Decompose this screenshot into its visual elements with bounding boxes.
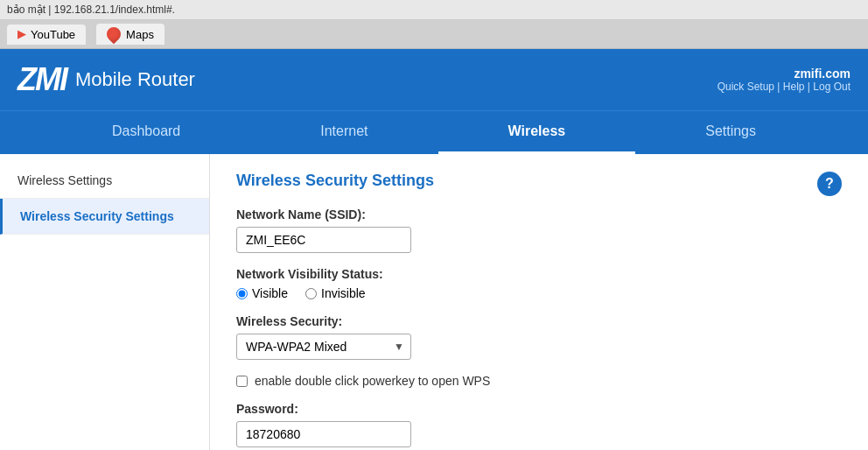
security-select[interactable]: WPA-WPA2 Mixed WPA2 Only WPA Only None — [236, 334, 411, 360]
password-group: Password: — [236, 402, 842, 447]
security-select-wrapper: WPA-WPA2 Mixed WPA2 Only WPA Only None ▼ — [236, 334, 411, 360]
browser-tabs-bar: ▶ YouTube Maps — [0, 20, 868, 49]
sidebar-item-wireless-security-settings[interactable]: Wireless Security Settings — [0, 199, 209, 235]
radio-visible-label: Visible — [252, 286, 288, 300]
tab-youtube[interactable]: ▶ YouTube — [7, 25, 86, 45]
main-content: Wireless Security Settings ? Network Nam… — [210, 154, 868, 450]
quick-setup-link[interactable]: Quick Setup — [718, 81, 774, 93]
youtube-icon: ▶ — [18, 28, 25, 40]
nav-settings[interactable]: Settings — [635, 111, 826, 154]
sidebar-item-wireless-settings[interactable]: Wireless Settings — [0, 163, 209, 199]
nav-internet[interactable]: Internet — [250, 111, 438, 154]
tab-maps[interactable]: Maps — [96, 24, 164, 45]
ssid-group: Network Name (SSID): — [236, 207, 842, 253]
logout-link[interactable]: Log Out — [813, 81, 850, 93]
visibility-radio-group: Visible Invisible — [236, 286, 842, 300]
visibility-group: Network Visibility Status: Visible Invis… — [236, 267, 842, 300]
page-title: Wireless Security Settings — [236, 172, 842, 190]
header-links: Quick Setup | Help | Log Out — [718, 81, 850, 93]
maps-icon — [104, 25, 124, 45]
header-domain: zmifi.com — [718, 67, 850, 81]
password-label: Password: — [236, 402, 842, 416]
wps-label: enable double click powerkey to open WPS — [255, 374, 490, 388]
radio-visible[interactable]: Visible — [236, 286, 288, 300]
security-group: Wireless Security: WPA-WPA2 Mixed WPA2 O… — [236, 314, 842, 360]
password-input[interactable] — [236, 421, 411, 447]
nav-dashboard[interactable]: Dashboard — [42, 111, 250, 154]
wps-checkbox[interactable] — [236, 376, 248, 387]
logo: ZMI Mobile Router — [18, 61, 195, 98]
app-header: ZMI Mobile Router zmifi.com Quick Setup … — [0, 49, 868, 110]
security-label: Wireless Security: — [236, 314, 842, 328]
radio-invisible[interactable]: Invisible — [305, 286, 366, 300]
visibility-label: Network Visibility Status: — [236, 267, 842, 281]
ssid-label: Network Name (SSID): — [236, 207, 842, 221]
radio-invisible-input[interactable] — [305, 288, 317, 299]
radio-invisible-label: Invisible — [321, 286, 366, 300]
address-bar: bảo mật | 192.168.21.1/index.html#. — [0, 0, 868, 20]
help-icon[interactable]: ? — [817, 172, 842, 196]
header-right: zmifi.com Quick Setup | Help | Log Out — [718, 67, 850, 93]
address-text: bảo mật | 192.168.21.1/index.html#. — [7, 4, 175, 16]
logo-zmi: ZMI — [18, 61, 66, 98]
main-layout: Wireless Settings Wireless Security Sett… — [0, 154, 868, 450]
logo-text: Mobile Router — [75, 68, 195, 91]
ssid-input[interactable] — [236, 227, 411, 253]
help-link[interactable]: Help — [783, 81, 805, 93]
sidebar: Wireless Settings Wireless Security Sett… — [0, 154, 210, 450]
wps-group: enable double click powerkey to open WPS — [236, 374, 842, 388]
nav-wireless[interactable]: Wireless — [438, 111, 636, 154]
main-nav: Dashboard Internet Wireless Settings — [0, 110, 868, 154]
tab-youtube-label: YouTube — [31, 28, 75, 41]
tab-maps-label: Maps — [126, 28, 154, 41]
radio-visible-input[interactable] — [236, 288, 248, 299]
